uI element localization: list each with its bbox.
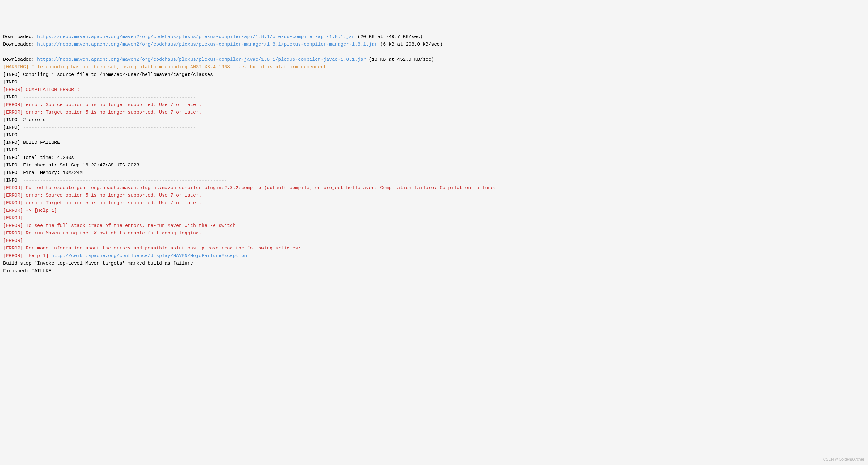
console-line: Downloaded: https://repo.maven.apache.or… — [3, 56, 865, 64]
console-line: [INFO] Compiling 1 source file to /home/… — [3, 71, 865, 79]
console-line: [ERROR] error: Target option 5 is no lon… — [3, 199, 865, 207]
console-text: Build step 'Invoke top-level Maven targe… — [3, 261, 193, 266]
console-line: Downloaded: https://repo.maven.apache.or… — [3, 33, 865, 41]
console-line: [WARNING] File encoding has not been set… — [3, 64, 865, 71]
console-line: [ERROR] For more information about the e… — [3, 245, 865, 252]
console-text: Downloaded: — [3, 42, 37, 47]
console-text: (20 KB at 749.7 KB/sec) — [354, 34, 423, 40]
console-line: [INFO] ---------------------------------… — [3, 146, 865, 154]
console-line: [ERROR] -> [Help 1] — [3, 207, 865, 214]
console-text: [ERROR] — [3, 238, 26, 243]
console-text: [ERROR] -> [Help 1] — [3, 208, 57, 213]
console-text: [ERROR] error: Source option 5 is no lon… — [3, 102, 202, 108]
console-text: [INFO] Total time: 4.280s — [3, 155, 74, 161]
console-text: [INFO] BUILD FAILURE — [3, 140, 60, 145]
console-line: [INFO] Total time: 4.280s — [3, 154, 865, 162]
console-text: [INFO] ---------------------------------… — [3, 132, 227, 138]
console-line: [ERROR] error: Source option 5 is no lon… — [3, 192, 865, 199]
console-text: [INFO] Finished at: Sat Sep 16 22:47:38 … — [3, 163, 139, 168]
console-line: [ERROR] error: Source option 5 is no lon… — [3, 101, 865, 109]
console-line — [3, 48, 865, 56]
console-line: [INFO] ---------------------------------… — [3, 177, 865, 185]
console-line: [INFO] Final Memory: 10M/24M — [3, 169, 865, 177]
console-text: [ERROR] For more information about the e… — [3, 246, 301, 251]
console-text: Downloaded: — [3, 57, 37, 62]
console-output: Downloaded: https://repo.maven.apache.or… — [3, 33, 865, 275]
console-link[interactable]: https://repo.maven.apache.org/maven2/org… — [37, 57, 366, 62]
console-text: [ERROR] error: Target option 5 is no lon… — [3, 110, 202, 115]
console-text: Downloaded: — [3, 34, 37, 40]
console-line: [INFO] ---------------------------------… — [3, 132, 865, 139]
console-line: [INFO] ---------------------------------… — [3, 124, 865, 132]
console-line: Finished: FAILURE — [3, 267, 865, 275]
console-line: [INFO] ---------------------------------… — [3, 94, 865, 101]
console-link[interactable]: https://repo.maven.apache.org/maven2/org… — [37, 42, 377, 47]
console-text: [INFO] ---------------------------------… — [3, 125, 196, 130]
console-text: (6 KB at 208.0 KB/sec) — [377, 42, 442, 47]
console-line: [ERROR] Re-run Maven using the -X switch… — [3, 230, 865, 237]
console-text: [ERROR] COMPILATION ERROR : — [3, 87, 83, 93]
console-line: Build step 'Invoke top-level Maven targe… — [3, 260, 865, 267]
console-text: [ERROR] Failed to execute goal org.apach… — [3, 185, 496, 191]
console-line: [INFO] ---------------------------------… — [3, 79, 865, 86]
console-line: [ERROR] error: Target option 5 is no lon… — [3, 109, 865, 117]
console-line: [ERROR] — [3, 237, 865, 245]
console-text: [ERROR] error: Target option 5 is no lon… — [3, 200, 202, 206]
console-text: [ERROR] Re-run Maven using the -X switch… — [3, 231, 202, 236]
console-text: [ERROR] error: Source option 5 is no lon… — [3, 193, 202, 198]
console-line: [ERROR] COMPILATION ERROR : — [3, 86, 865, 94]
console-text: [INFO] Compiling 1 source file to /home/… — [3, 72, 213, 77]
console-text: [ERROR] — [3, 215, 26, 221]
console-line: [ERROR] Failed to execute goal org.apach… — [3, 185, 865, 192]
console-line: [ERROR] — [3, 214, 865, 222]
console-link[interactable]: https://repo.maven.apache.org/maven2/org… — [37, 34, 354, 40]
console-text: [WARNING] File encoding has not been set… — [3, 65, 329, 70]
console-text — [3, 49, 6, 55]
console-line: [INFO] BUILD FAILURE — [3, 139, 865, 146]
console-text: [INFO] ---------------------------------… — [3, 95, 196, 100]
console-text: [ERROR] To see the full stack trace of t… — [3, 223, 239, 228]
console-link[interactable]: http://cwiki.apache.org/confluence/displ… — [51, 253, 247, 259]
console-line: [INFO] Finished at: Sat Sep 16 22:47:38 … — [3, 162, 865, 169]
console-text: [INFO] ---------------------------------… — [3, 79, 196, 85]
console-line: [INFO] 2 errors — [3, 117, 865, 124]
console-text: [INFO] 2 errors — [3, 118, 49, 123]
console-text: [INFO] ---------------------------------… — [3, 147, 227, 153]
console-line: [ERROR] [Help 1] http://cwiki.apache.org… — [3, 252, 865, 260]
console-line: Downloaded: https://repo.maven.apache.or… — [3, 41, 865, 48]
console-text: [ERROR] [Help 1] — [3, 253, 51, 259]
console-line: [ERROR] To see the full stack trace of t… — [3, 222, 865, 230]
console-text: (13 KB at 452.9 KB/sec) — [366, 57, 434, 62]
console-text: Finished: FAILURE — [3, 268, 51, 274]
console-text: [INFO] Final Memory: 10M/24M — [3, 170, 83, 175]
console-text: [INFO] ---------------------------------… — [3, 178, 227, 183]
